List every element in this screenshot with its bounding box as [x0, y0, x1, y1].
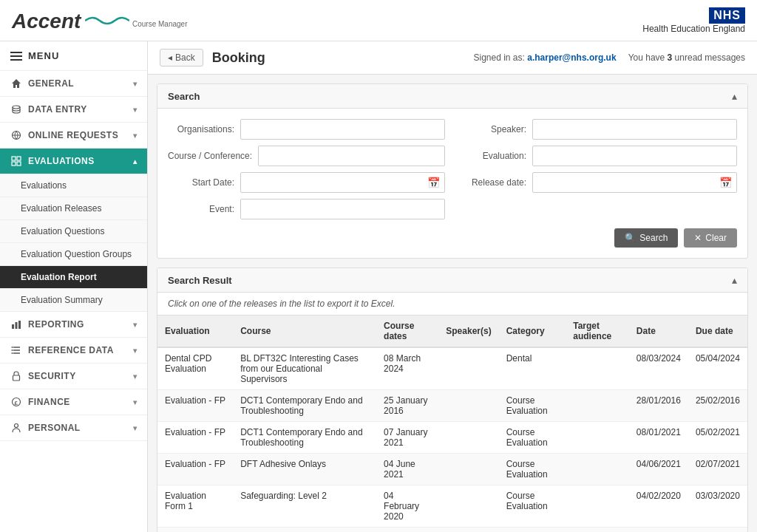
start-date-row: Start Date: 📅: [168, 172, 445, 193]
chevron-down-icon: ▾: [133, 132, 138, 140]
sidebar-reporting-label: REPORTING: [28, 319, 84, 330]
cell-6: 28/01/2016: [629, 390, 688, 422]
table-row[interactable]: Dental CPD EvaluationBL DFT32C Interesti…: [157, 347, 747, 390]
search-panel-toggle[interactable]: ▴: [732, 90, 737, 102]
svg-point-0: [13, 106, 20, 109]
cell-2: 07 January 2021: [376, 422, 438, 454]
cell-4: Dental: [499, 347, 566, 390]
svg-point-13: [12, 347, 13, 348]
table-row[interactable]: Evaluation Form 1Sim Man: CPR and Medica…: [157, 528, 747, 533]
table-row[interactable]: Evaluation Form 1Safeguarding: Level 204…: [157, 485, 747, 528]
course-input[interactable]: [258, 146, 445, 166]
start-date-picker[interactable]: 📅: [240, 172, 445, 193]
back-arrow-icon: ◂: [168, 52, 172, 63]
release-date-picker[interactable]: 📅: [532, 172, 737, 193]
calendar-icon: 📅: [427, 177, 440, 188]
cell-1: DFT Adhesive Onlays: [233, 454, 376, 485]
col-course-dates: Course dates: [376, 316, 438, 348]
chevron-down-icon: ▾: [133, 372, 138, 381]
organisations-input[interactable]: [240, 119, 445, 140]
start-date-label: Start Date:: [168, 177, 234, 188]
sidebar-item-general[interactable]: GENERAL ▾: [0, 71, 147, 97]
cell-1: BL DFT32C Interesting Cases from our Edu…: [233, 347, 376, 390]
event-label: Event:: [168, 204, 234, 214]
cell-4: Course Evaluation: [499, 390, 566, 422]
sidebar-subitem-evaluation-releases[interactable]: Evaluation Releases: [0, 197, 147, 220]
chevron-up-icon: ▴: [133, 157, 138, 166]
cell-4: Course Evaluation: [499, 422, 566, 454]
logo-accent: Accent: [12, 10, 81, 33]
main-layout: MENU GENERAL ▾ DATA ENTRY ▾: [0, 41, 757, 532]
cell-3: [438, 485, 498, 528]
sidebar-security-label: SECURITY: [28, 371, 76, 381]
sidebar-item-reference-data[interactable]: REFERENCE DATA ▾: [0, 338, 147, 364]
home-icon: [10, 78, 22, 89]
search-button-label: Search: [639, 233, 668, 243]
release-date-label: Release date:: [460, 177, 526, 188]
clear-button[interactable]: ✕ Clear: [684, 228, 737, 248]
search-actions: 🔍 Search ✕ Clear: [168, 228, 737, 248]
sidebar-subitem-evaluation-questions[interactable]: Evaluation Questions: [0, 220, 147, 243]
table-row[interactable]: Evaluation - FPDFT Adhesive Onlays04 Jun…: [157, 454, 747, 485]
sidebar-item-evaluations[interactable]: EVALUATIONS ▴: [0, 149, 147, 174]
globe-icon: [10, 129, 22, 141]
sidebar-item-security[interactable]: SECURITY ▾: [0, 364, 147, 389]
cell-5: [566, 422, 629, 454]
sidebar-general-label: GENERAL: [28, 78, 74, 89]
search-form-right: Speaker: Evaluation: Release date: 📅: [460, 119, 737, 219]
person-icon: [10, 422, 22, 434]
cell-0: Evaluation Form 1: [157, 528, 233, 533]
col-target-audience: Target audience: [566, 316, 629, 348]
logo-area: Accent Course Manager: [12, 7, 187, 33]
list-icon: [10, 344, 22, 356]
clear-button-label: Clear: [705, 233, 727, 243]
app-header: Accent Course Manager NHS Health Educati…: [0, 0, 757, 41]
sidebar-item-data-entry[interactable]: DATA ENTRY ▾: [0, 97, 147, 123]
sidebar-personal-label: PERSONAL: [28, 423, 81, 433]
evaluation-input[interactable]: [532, 146, 737, 166]
clear-icon: ✕: [694, 233, 702, 243]
sidebar-subitem-evaluations-label: Evaluations: [21, 180, 67, 191]
cell-7: 03/03/2020: [688, 485, 747, 528]
sidebar-menu-toggle[interactable]: MENU: [0, 41, 147, 71]
organisations-row: Organisations:: [168, 119, 445, 140]
chevron-down-icon: ▾: [133, 106, 138, 114]
svg-text:£: £: [15, 400, 18, 406]
sidebar-subitem-evaluation-summary-label: Evaluation Summary: [21, 295, 103, 305]
search-icon: 🔍: [625, 233, 636, 243]
sidebar-item-finance[interactable]: £ FINANCE ▾: [0, 389, 147, 415]
speaker-input[interactable]: [532, 119, 737, 140]
sidebar-subitem-evaluations[interactable]: Evaluations: [0, 174, 147, 197]
sidebar-subitem-evaluation-report[interactable]: Evaluation Report: [0, 266, 147, 289]
lock-icon: [10, 370, 22, 382]
results-panel-header: Search Result ▴: [157, 268, 747, 293]
hamburger-icon: [10, 52, 22, 61]
search-panel-header: Search ▴: [157, 84, 747, 109]
main-content: ◂ Back Booking Signed in as: a.harper@nh…: [148, 41, 757, 532]
table-row[interactable]: Evaluation - FPDCT1 Contemporary Endo an…: [157, 390, 747, 422]
search-panel-body: Organisations: Course / Conference: Star…: [157, 109, 747, 258]
cell-6: 08/01/2021: [629, 422, 688, 454]
col-due-date: Due date: [688, 316, 747, 348]
cell-1: DCT1 Contemporary Endo and Troubleshooti…: [233, 390, 376, 422]
sidebar-subitem-evaluation-summary[interactable]: Evaluation Summary: [0, 289, 147, 312]
cell-2: 04 June 2021: [376, 454, 438, 485]
table-row[interactable]: Evaluation - FPDCT1 Contemporary Endo an…: [157, 422, 747, 454]
cell-0: Dental CPD Evaluation: [157, 347, 233, 390]
grid-icon: [10, 155, 22, 167]
logo-subtitle: Course Manager: [132, 20, 187, 28]
svg-rect-6: [17, 162, 21, 166]
event-input[interactable]: [240, 199, 445, 219]
cell-4: Course Evaluation: [499, 485, 566, 528]
sidebar-item-online-requests[interactable]: ONLINE REQUESTS ▾: [0, 123, 147, 149]
svg-point-19: [15, 424, 18, 428]
sidebar-item-personal[interactable]: PERSONAL ▾: [0, 415, 147, 441]
sidebar-subitem-evaluation-report-label: Evaluation Report: [21, 272, 97, 282]
results-panel-toggle[interactable]: ▴: [732, 274, 737, 286]
table-header-row: Evaluation Course Course dates Speaker(s…: [157, 316, 747, 348]
sidebar-subitem-evaluation-question-groups-label: Evaluation Question Groups: [21, 249, 132, 259]
search-button[interactable]: 🔍 Search: [614, 228, 678, 248]
sidebar-subitem-evaluation-question-groups[interactable]: Evaluation Question Groups: [0, 243, 147, 266]
sidebar-item-reporting[interactable]: REPORTING ▾: [0, 312, 147, 338]
back-button[interactable]: ◂ Back: [160, 49, 203, 66]
